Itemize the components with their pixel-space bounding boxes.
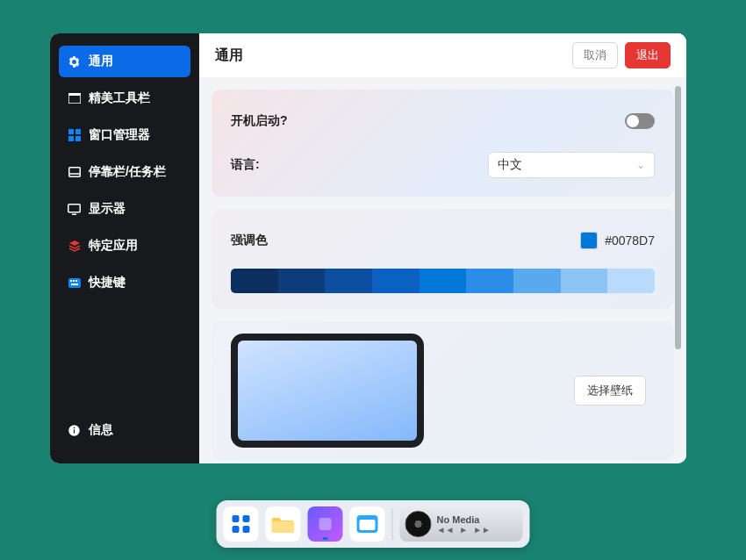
accent-swatch[interactable]	[231, 269, 278, 293]
svg-rect-1	[68, 93, 81, 96]
layers-icon	[68, 240, 81, 253]
card-startup-language: 开机启动? 语言: 中文 ⌄	[212, 90, 674, 197]
prev-icon[interactable]: ◄◄	[437, 525, 455, 535]
sidebar-item-window-manager[interactable]: 窗口管理器	[59, 119, 190, 151]
play-icon[interactable]: ►	[459, 525, 468, 535]
sidebar-item-label: 显示器	[89, 201, 126, 217]
svg-rect-5	[75, 136, 81, 141]
accent-swatch[interactable]	[561, 269, 608, 293]
next-icon[interactable]: ►►	[473, 525, 491, 535]
sidebar-item-label: 信息	[89, 422, 113, 438]
sidebar-item-label: 特定应用	[89, 238, 138, 254]
accent-swatch[interactable]	[278, 269, 326, 293]
accent-swatch-strip[interactable]	[231, 269, 655, 293]
dock-app-launcher[interactable]	[224, 506, 259, 542]
accent-chip	[580, 232, 598, 249]
sidebar-item-display[interactable]: 显示器	[59, 193, 190, 225]
sidebar-item-label: 通用	[89, 54, 113, 69]
main-panel: 通用 取消 退出 开机启动? 语言: 中文 ⌄	[199, 33, 686, 463]
content-scroll[interactable]: 开机启动? 语言: 中文 ⌄ 强调色	[199, 77, 686, 463]
choose-wallpaper-button[interactable]: 选择壁纸	[574, 376, 646, 406]
accent-label: 强调色	[231, 233, 268, 248]
page-title: 通用	[215, 47, 243, 65]
svg-rect-22	[272, 521, 295, 533]
accent-swatch[interactable]	[466, 269, 513, 293]
grid-icon	[68, 129, 81, 142]
sidebar: 通用 精美工具栏 窗口管理器 停靠栏/任务栏 显示器 特定应用 快捷键	[50, 33, 199, 463]
svg-rect-12	[73, 280, 75, 282]
svg-rect-23	[319, 518, 332, 530]
svg-rect-20	[233, 526, 240, 533]
sidebar-item-shortcuts[interactable]: 快捷键	[59, 267, 190, 298]
svg-rect-11	[70, 280, 72, 282]
card-accent-color: 强调色 #0078D7	[212, 209, 674, 309]
svg-rect-18	[233, 515, 240, 522]
svg-rect-13	[75, 280, 77, 282]
accent-swatch[interactable]	[513, 269, 561, 293]
dock: No Media ◄◄ ► ►►	[217, 500, 530, 548]
dock-app-settings[interactable]	[308, 506, 343, 542]
svg-rect-19	[243, 515, 250, 522]
accent-swatch[interactable]	[372, 269, 420, 293]
sidebar-item-specific-apps[interactable]: 特定应用	[59, 230, 190, 262]
sidebar-item-label: 停靠栏/任务栏	[89, 164, 166, 180]
scrollbar-thumb[interactable]	[675, 86, 681, 349]
sidebar-item-label: 精美工具栏	[89, 90, 150, 106]
sidebar-item-info[interactable]: 信息	[59, 414, 190, 446]
chevron-down-icon: ⌄	[636, 159, 645, 171]
wallpaper-preview	[231, 334, 424, 448]
svg-rect-8	[68, 204, 81, 212]
dock-separator	[392, 508, 393, 540]
window-icon	[68, 92, 81, 105]
media-controls: ◄◄ ► ►►	[437, 525, 491, 535]
media-title: No Media	[437, 514, 491, 525]
startup-label: 开机启动?	[231, 113, 288, 129]
disc-icon	[405, 511, 432, 537]
language-value: 中文	[498, 157, 522, 173]
sidebar-item-general[interactable]: 通用	[59, 46, 190, 77]
card-wallpaper: 选择壁纸	[212, 321, 674, 460]
keyboard-icon	[68, 276, 81, 290]
info-icon	[68, 424, 81, 437]
sidebar-item-toolbar[interactable]: 精美工具栏	[59, 83, 190, 114]
svg-rect-6	[68, 168, 80, 177]
accent-value: #0078D7	[605, 233, 655, 248]
dock-icon	[68, 166, 81, 179]
accent-swatch[interactable]	[420, 269, 467, 293]
settings-window: 通用 精美工具栏 窗口管理器 停靠栏/任务栏 显示器 特定应用 快捷键	[50, 33, 686, 463]
gear-icon	[68, 55, 81, 68]
svg-rect-21	[243, 526, 250, 533]
accent-swatch[interactable]	[325, 269, 372, 293]
monitor-icon	[68, 203, 81, 216]
startup-toggle[interactable]	[625, 113, 655, 129]
dock-media-widget[interactable]: No Media ◄◄ ► ►►	[400, 506, 523, 542]
svg-rect-14	[71, 284, 78, 285]
exit-button[interactable]: 退出	[625, 42, 671, 68]
header: 通用 取消 退出	[199, 33, 686, 77]
svg-rect-3	[75, 129, 81, 134]
svg-rect-25	[360, 520, 376, 530]
svg-rect-4	[68, 136, 74, 141]
svg-rect-2	[68, 129, 74, 134]
svg-rect-16	[74, 429, 75, 433]
dock-app-files[interactable]	[266, 506, 301, 542]
svg-point-17	[74, 427, 75, 428]
dock-app-browser[interactable]	[350, 506, 385, 542]
language-label: 语言:	[231, 157, 260, 173]
sidebar-item-dock[interactable]: 停靠栏/任务栏	[59, 156, 190, 188]
svg-rect-10	[68, 278, 81, 288]
dock-active-indicator	[323, 537, 328, 540]
sidebar-item-label: 快捷键	[89, 275, 126, 291]
language-select[interactable]: 中文 ⌄	[488, 152, 655, 178]
accent-swatch[interactable]	[607, 269, 655, 293]
sidebar-item-label: 窗口管理器	[89, 127, 150, 143]
cancel-button[interactable]: 取消	[572, 42, 618, 68]
